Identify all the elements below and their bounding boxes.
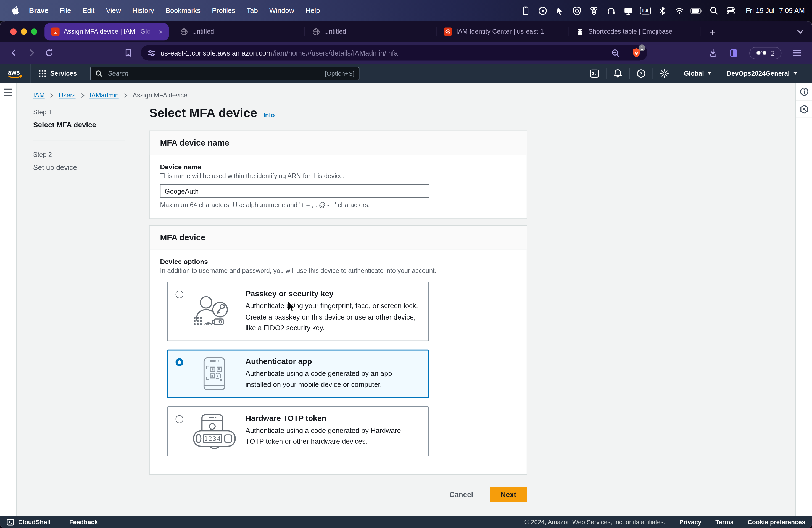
zoom-out-icon[interactable] [611,48,620,57]
settings-gear-icon[interactable] [653,69,676,78]
notifications-bell-icon[interactable] [607,69,630,78]
close-window-button[interactable] [11,28,17,35]
menubar-item-help[interactable]: Help [300,6,325,14]
account-menu[interactable]: DevOps2024General [720,70,805,77]
forward-button[interactable] [23,48,41,57]
mfa-device-name-card: MFA device name Device name This name wi… [149,131,527,219]
reading-list-pill[interactable]: 2 [749,47,782,59]
step-1-title[interactable]: Select MFA device [33,121,126,129]
aws-search-box[interactable]: [Option+S] [90,67,360,80]
tab-assign-mfa-device[interactable]: Assign MFA device | IAM | Glo × [44,23,169,40]
headphones-icon[interactable] [603,6,620,15]
info-icon [799,87,809,96]
screen: Brave File Edit View History Bookmarks P… [0,0,812,528]
menubar-item-profiles[interactable]: Profiles [206,6,241,14]
brave-shields-icon[interactable]: 1 [632,48,641,58]
option-hardware-totp-token[interactable]: 1234 Hardware TOTP token Authenticate us… [168,406,429,456]
menubar-clock[interactable]: Fri 19 Jul 7:09 AM [746,6,805,14]
tab-title: Untitled [324,28,431,35]
reload-button[interactable] [40,48,58,57]
phone-mirroring-icon[interactable] [517,6,534,15]
help-panel-rail [795,83,812,516]
menubar-item-window[interactable]: Window [263,6,300,14]
option-authenticator-app[interactable]: Authenticator app Authenticate using a c… [168,349,429,398]
bookmark-icon[interactable] [119,48,137,57]
breadcrumb-iam[interactable]: IAM [33,92,45,99]
now-playing-icon[interactable] [534,6,552,15]
menubar-item-bookmarks[interactable]: Bookmarks [160,6,206,14]
minimize-window-button[interactable] [21,28,27,35]
tab-untitled-2[interactable]: Untitled [305,21,436,42]
services-menu[interactable]: Services [35,70,80,77]
reading-list-count: 2 [771,49,775,57]
hexagon-icon [799,104,809,114]
wizard-actions: Cancel Next [149,487,527,502]
option-title: Hardware TOTP token [246,414,418,423]
menubar-item-file[interactable]: File [54,6,77,14]
side-nav-toggle[interactable] [4,89,12,96]
next-button[interactable]: Next [490,487,527,502]
url-bar[interactable]: us-east-1.console.aws.amazon.com /iam/ho… [141,45,648,60]
privacy-shield-icon[interactable] [569,6,586,15]
info-link[interactable]: Info [263,111,275,118]
menubar-item-history[interactable]: History [127,6,160,14]
bluetooth-icon[interactable] [654,6,671,15]
help-icon[interactable]: ? [630,69,653,78]
tab-untitled-1[interactable]: Untitled [173,21,304,42]
aws-console-header: aws Services [Option+S] [0,64,812,83]
input-source-icon[interactable]: LA [637,6,654,14]
browser-menu-icon[interactable] [793,48,802,57]
control-center-icon[interactable] [723,6,740,15]
radio-authenticator-app[interactable] [176,358,184,366]
cloudshell-icon[interactable] [583,69,606,77]
pointer-icon[interactable] [552,6,569,15]
cloudshell-button[interactable]: CloudShell [6,518,50,526]
tab-title: Shortcodes table | Emojibase [588,28,695,35]
zoom-window-button[interactable] [31,28,38,35]
aws-search-input[interactable] [107,69,325,77]
cookie-preferences-link[interactable]: Cookie preferences [748,518,806,526]
cancel-button[interactable]: Cancel [446,489,476,499]
divider [33,140,126,140]
device-name-description: This name will be used within the identi… [160,172,516,179]
region-selector[interactable]: Global [677,70,719,77]
tab-search-chevron-icon[interactable] [797,29,804,34]
terms-link[interactable]: Terms [715,518,734,526]
aws-logo[interactable]: aws [6,68,25,79]
tab-shortcodes-emojibase[interactable]: Shortcodes table | Emojibase [569,21,701,42]
feedback-link[interactable]: Feedback [69,518,98,526]
option-title: Authenticator app [246,356,418,365]
battery-icon[interactable] [688,8,706,14]
search-icon [96,70,103,77]
sidebar-toggle-icon[interactable] [729,48,739,58]
tab-iam-identity-center[interactable]: IAM Identity Center | us-east-1 [437,21,569,42]
bee-app-icon[interactable] [586,6,603,15]
display-icon[interactable] [620,6,637,15]
spotlight-search-icon[interactable] [706,6,723,15]
menubar-item-brave[interactable]: Brave [23,6,54,14]
menubar-item-edit[interactable]: Edit [77,6,100,14]
download-icon[interactable] [708,48,718,57]
privacy-link[interactable]: Privacy [679,518,701,526]
apple-icon[interactable] [11,6,19,15]
new-tab-button[interactable]: + [701,27,724,37]
wifi-icon[interactable] [671,6,688,15]
chevron-right-icon [50,92,53,98]
chevron-down-icon [708,72,712,75]
info-panel-toggle[interactable] [796,83,812,101]
radio-hardware-totp[interactable] [176,415,184,423]
card-header: MFA device [150,226,527,250]
close-tab-icon[interactable]: × [158,28,164,35]
breadcrumb-iamadmin[interactable]: IAMadmin [89,92,119,99]
back-button[interactable] [5,48,23,57]
copyright-text: © 2024, Amazon Web Services, Inc. or its… [524,518,665,526]
menubar-item-tab[interactable]: Tab [241,6,263,14]
device-name-input[interactable] [160,185,429,198]
menubar-item-view[interactable]: View [100,6,127,14]
side-nav-rail [0,83,17,516]
option-passkey-security-key[interactable]: Passkey or security key Authenticate usi… [168,282,429,341]
site-settings-icon[interactable] [147,48,156,57]
notifications-panel-toggle[interactable] [796,101,812,118]
breadcrumb-users[interactable]: Users [59,92,75,99]
radio-passkey[interactable] [176,291,184,298]
